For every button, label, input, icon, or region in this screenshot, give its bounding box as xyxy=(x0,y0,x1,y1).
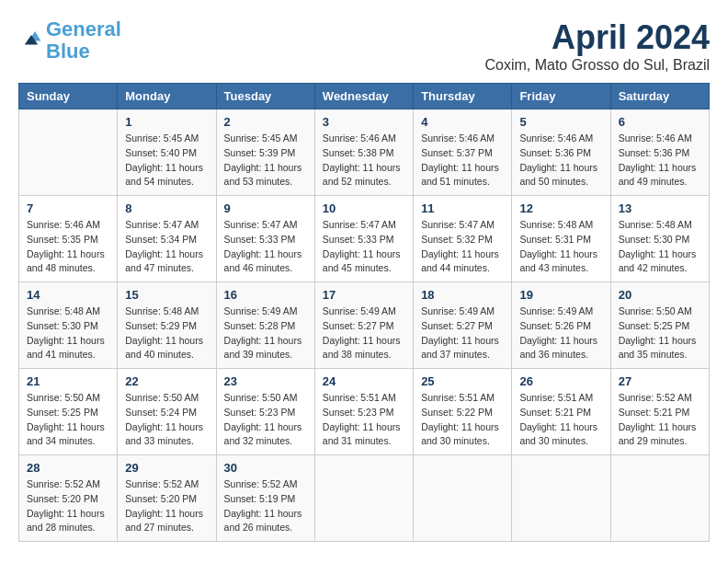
day-number: 21 xyxy=(27,374,109,388)
day-info: Sunrise: 5:46 AM Sunset: 5:36 PM Dayligh… xyxy=(619,132,701,190)
day-cell: 6Sunrise: 5:46 AM Sunset: 5:36 PM Daylig… xyxy=(610,109,709,196)
day-info: Sunrise: 5:51 AM Sunset: 5:23 PM Dayligh… xyxy=(323,391,405,449)
day-cell: 28Sunrise: 5:52 AM Sunset: 5:20 PM Dayli… xyxy=(19,455,118,542)
day-cell: 11Sunrise: 5:47 AM Sunset: 5:32 PM Dayli… xyxy=(414,196,512,282)
day-number: 9 xyxy=(224,201,307,215)
day-cell: 21Sunrise: 5:50 AM Sunset: 5:25 PM Dayli… xyxy=(19,369,118,455)
day-info: Sunrise: 5:50 AM Sunset: 5:24 PM Dayligh… xyxy=(125,391,208,449)
day-info: Sunrise: 5:48 AM Sunset: 5:30 PM Dayligh… xyxy=(619,218,701,276)
logo-icon xyxy=(20,28,42,50)
week-row-5: 28Sunrise: 5:52 AM Sunset: 5:20 PM Dayli… xyxy=(19,455,710,542)
day-number: 18 xyxy=(421,288,504,302)
day-cell: 29Sunrise: 5:52 AM Sunset: 5:20 PM Dayli… xyxy=(118,455,216,542)
col-header-sunday: Sunday xyxy=(19,84,118,109)
day-info: Sunrise: 5:52 AM Sunset: 5:19 PM Dayligh… xyxy=(224,477,307,535)
day-cell: 12Sunrise: 5:48 AM Sunset: 5:31 PM Dayli… xyxy=(512,196,610,282)
col-header-wednesday: Wednesday xyxy=(314,84,413,109)
day-number: 1 xyxy=(125,115,208,129)
day-cell: 7Sunrise: 5:46 AM Sunset: 5:35 PM Daylig… xyxy=(19,196,118,282)
day-number: 8 xyxy=(125,201,208,215)
day-number: 27 xyxy=(619,374,701,388)
week-row-3: 14Sunrise: 5:48 AM Sunset: 5:30 PM Dayli… xyxy=(19,282,710,369)
day-number: 10 xyxy=(323,201,405,215)
day-cell: 27Sunrise: 5:52 AM Sunset: 5:21 PM Dayli… xyxy=(610,369,709,455)
day-number: 17 xyxy=(323,288,405,302)
day-cell: 1Sunrise: 5:45 AM Sunset: 5:40 PM Daylig… xyxy=(118,109,216,196)
month-title: April 2024 xyxy=(484,18,710,57)
day-info: Sunrise: 5:49 AM Sunset: 5:26 PM Dayligh… xyxy=(519,304,602,362)
day-info: Sunrise: 5:47 AM Sunset: 5:33 PM Dayligh… xyxy=(323,218,405,276)
day-info: Sunrise: 5:46 AM Sunset: 5:37 PM Dayligh… xyxy=(421,132,504,190)
day-cell: 17Sunrise: 5:49 AM Sunset: 5:27 PM Dayli… xyxy=(314,282,413,369)
day-cell: 22Sunrise: 5:50 AM Sunset: 5:24 PM Dayli… xyxy=(118,369,216,455)
day-info: Sunrise: 5:49 AM Sunset: 5:27 PM Dayligh… xyxy=(421,304,504,362)
day-cell: 24Sunrise: 5:51 AM Sunset: 5:23 PM Dayli… xyxy=(314,369,413,455)
day-number: 6 xyxy=(619,115,701,129)
day-number: 23 xyxy=(224,374,307,388)
day-cell: 25Sunrise: 5:51 AM Sunset: 5:22 PM Dayli… xyxy=(414,369,512,455)
week-row-4: 21Sunrise: 5:50 AM Sunset: 5:25 PM Dayli… xyxy=(19,369,710,455)
day-cell: 30Sunrise: 5:52 AM Sunset: 5:19 PM Dayli… xyxy=(216,455,314,542)
day-cell xyxy=(610,455,709,542)
logo: General Blue xyxy=(18,18,121,63)
week-row-2: 7Sunrise: 5:46 AM Sunset: 5:35 PM Daylig… xyxy=(19,196,710,282)
day-info: Sunrise: 5:46 AM Sunset: 5:36 PM Dayligh… xyxy=(519,132,602,190)
day-cell xyxy=(414,455,512,542)
col-header-saturday: Saturday xyxy=(610,84,709,109)
day-info: Sunrise: 5:52 AM Sunset: 5:21 PM Dayligh… xyxy=(619,391,701,449)
day-info: Sunrise: 5:45 AM Sunset: 5:40 PM Dayligh… xyxy=(125,132,208,190)
day-number: 28 xyxy=(27,461,109,475)
location: Coxim, Mato Grosso do Sul, Brazil xyxy=(484,57,710,74)
day-cell xyxy=(19,109,118,196)
day-info: Sunrise: 5:47 AM Sunset: 5:34 PM Dayligh… xyxy=(125,218,208,276)
day-info: Sunrise: 5:51 AM Sunset: 5:21 PM Dayligh… xyxy=(519,391,602,449)
day-info: Sunrise: 5:49 AM Sunset: 5:27 PM Dayligh… xyxy=(323,304,405,362)
day-cell: 10Sunrise: 5:47 AM Sunset: 5:33 PM Dayli… xyxy=(314,196,413,282)
day-info: Sunrise: 5:49 AM Sunset: 5:28 PM Dayligh… xyxy=(224,304,307,362)
day-cell: 2Sunrise: 5:45 AM Sunset: 5:39 PM Daylig… xyxy=(216,109,314,196)
day-cell: 4Sunrise: 5:46 AM Sunset: 5:37 PM Daylig… xyxy=(414,109,512,196)
day-cell: 8Sunrise: 5:47 AM Sunset: 5:34 PM Daylig… xyxy=(118,196,216,282)
day-number: 7 xyxy=(27,201,109,215)
day-cell xyxy=(314,455,413,542)
day-info: Sunrise: 5:45 AM Sunset: 5:39 PM Dayligh… xyxy=(224,132,307,190)
day-info: Sunrise: 5:52 AM Sunset: 5:20 PM Dayligh… xyxy=(27,477,109,535)
day-info: Sunrise: 5:48 AM Sunset: 5:30 PM Dayligh… xyxy=(27,304,109,362)
day-number: 20 xyxy=(619,288,701,302)
day-number: 14 xyxy=(27,288,109,302)
day-info: Sunrise: 5:51 AM Sunset: 5:22 PM Dayligh… xyxy=(421,391,504,449)
day-info: Sunrise: 5:48 AM Sunset: 5:29 PM Dayligh… xyxy=(125,304,208,362)
day-cell: 9Sunrise: 5:47 AM Sunset: 5:33 PM Daylig… xyxy=(216,196,314,282)
day-number: 3 xyxy=(323,115,405,129)
day-cell: 26Sunrise: 5:51 AM Sunset: 5:21 PM Dayli… xyxy=(512,369,610,455)
day-number: 30 xyxy=(224,461,307,475)
day-number: 25 xyxy=(421,374,504,388)
col-header-friday: Friday xyxy=(512,84,610,109)
day-info: Sunrise: 5:46 AM Sunset: 5:35 PM Dayligh… xyxy=(27,218,109,276)
day-number: 13 xyxy=(619,201,701,215)
title-block: April 2024 Coxim, Mato Grosso do Sul, Br… xyxy=(484,18,710,74)
day-number: 29 xyxy=(125,461,208,475)
day-number: 11 xyxy=(421,201,504,215)
day-cell: 23Sunrise: 5:50 AM Sunset: 5:23 PM Dayli… xyxy=(216,369,314,455)
col-header-tuesday: Tuesday xyxy=(216,84,314,109)
day-info: Sunrise: 5:48 AM Sunset: 5:31 PM Dayligh… xyxy=(519,218,602,276)
day-number: 4 xyxy=(421,115,504,129)
day-cell: 15Sunrise: 5:48 AM Sunset: 5:29 PM Dayli… xyxy=(118,282,216,369)
day-cell: 19Sunrise: 5:49 AM Sunset: 5:26 PM Dayli… xyxy=(512,282,610,369)
day-info: Sunrise: 5:47 AM Sunset: 5:32 PM Dayligh… xyxy=(421,218,504,276)
day-cell: 16Sunrise: 5:49 AM Sunset: 5:28 PM Dayli… xyxy=(216,282,314,369)
day-cell: 14Sunrise: 5:48 AM Sunset: 5:30 PM Dayli… xyxy=(19,282,118,369)
day-cell: 3Sunrise: 5:46 AM Sunset: 5:38 PM Daylig… xyxy=(314,109,413,196)
day-number: 24 xyxy=(323,374,405,388)
day-info: Sunrise: 5:50 AM Sunset: 5:23 PM Dayligh… xyxy=(224,391,307,449)
col-header-thursday: Thursday xyxy=(414,84,512,109)
day-cell: 5Sunrise: 5:46 AM Sunset: 5:36 PM Daylig… xyxy=(512,109,610,196)
day-number: 26 xyxy=(519,374,602,388)
day-info: Sunrise: 5:50 AM Sunset: 5:25 PM Dayligh… xyxy=(27,391,109,449)
day-number: 12 xyxy=(519,201,602,215)
day-cell: 18Sunrise: 5:49 AM Sunset: 5:27 PM Dayli… xyxy=(414,282,512,369)
day-cell: 20Sunrise: 5:50 AM Sunset: 5:25 PM Dayli… xyxy=(610,282,709,369)
day-number: 22 xyxy=(125,374,208,388)
col-header-monday: Monday xyxy=(118,84,216,109)
